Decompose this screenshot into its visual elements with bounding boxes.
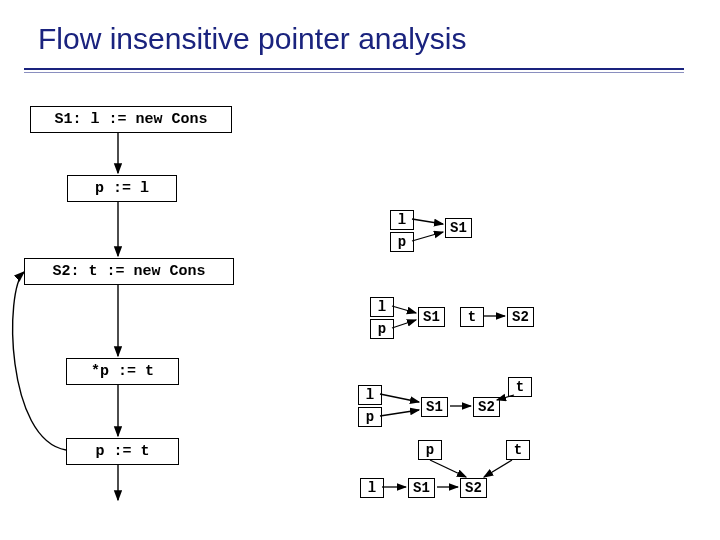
ptr4-s1: S1: [408, 478, 435, 498]
ptr3-l: l: [358, 385, 382, 405]
svg-line-16: [430, 460, 466, 477]
svg-line-6: [412, 232, 443, 241]
ptr4-l: l: [360, 478, 384, 498]
ptr3-p: p: [358, 407, 382, 427]
svg-line-10: [380, 394, 419, 402]
ptr1-p: p: [390, 232, 414, 252]
page-title: Flow insensitive pointer analysis: [38, 22, 467, 56]
code-box-s3: S2: t := new Cons: [24, 258, 234, 285]
ptr4-t: t: [506, 440, 530, 460]
code-box-s5: p := t: [66, 438, 179, 465]
svg-line-8: [392, 320, 416, 328]
code-box-s2: p := l: [67, 175, 177, 202]
ptr2-p: p: [370, 319, 394, 339]
ptr1-l: l: [390, 210, 414, 230]
code-box-s4: *p := t: [66, 358, 179, 385]
ptr2-t: t: [460, 307, 484, 327]
svg-line-7: [392, 306, 416, 313]
ptr3-s2: S2: [473, 397, 500, 417]
ptr2-s1: S1: [418, 307, 445, 327]
ptr2-l: l: [370, 297, 394, 317]
ptr3-t: t: [508, 377, 532, 397]
title-divider: [24, 68, 684, 73]
svg-line-5: [412, 219, 443, 224]
ptr3-s1: S1: [421, 397, 448, 417]
ptr2-s2: S2: [507, 307, 534, 327]
svg-line-17: [484, 460, 512, 477]
ptr1-s1: S1: [445, 218, 472, 238]
ptr4-s2: S2: [460, 478, 487, 498]
code-box-s1: S1: l := new Cons: [30, 106, 232, 133]
svg-line-11: [380, 410, 419, 416]
ptr4-p: p: [418, 440, 442, 460]
